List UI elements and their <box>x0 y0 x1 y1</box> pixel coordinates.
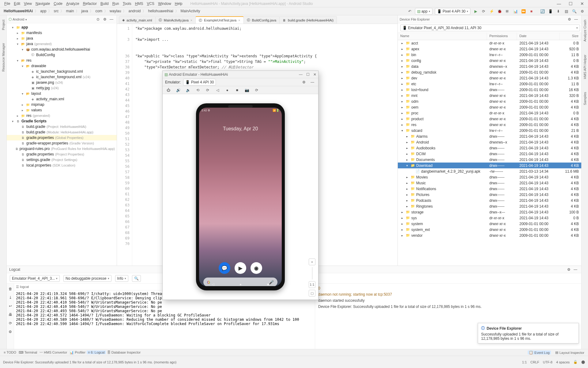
logcat-level-selector[interactable]: Info▾ <box>115 275 128 282</box>
tab-close-icon[interactable]: × <box>238 18 240 22</box>
project-tool-button[interactable]: Project <box>2 18 5 32</box>
emulator-tab[interactable]: 📱 Pixel 4 API 30 <box>183 79 216 86</box>
indent-indicator[interactable]: 4 spaces <box>556 360 570 364</box>
file-expand-icon[interactable]: ▸ <box>401 82 405 86</box>
logcat-settings-icon[interactable]: ⚙ <box>7 328 14 335</box>
emulator-maximize-button[interactable]: ☐ <box>306 72 310 77</box>
tree-node[interactable]: ◈activity_main.xml <box>7 96 117 102</box>
file-expand-icon[interactable]: ▸ <box>406 182 409 185</box>
tree-node[interactable]: ▸📁java <box>7 36 117 41</box>
file-expand-icon[interactable]: ▾ <box>401 129 405 132</box>
logcat-print-icon[interactable]: 🖶 <box>7 311 14 318</box>
tree-node[interactable]: ◈ic_launcher_background.xml <box>7 69 117 74</box>
menu-build[interactable]: Build <box>99 2 111 6</box>
tree-node[interactable]: 🗎settings.gradle(Project Settings) <box>7 157 117 163</box>
file-row[interactable]: ▸📁acctdr-xr-xr-x2021-04-19 14:430 B <box>398 40 581 46</box>
event-log-tool-button[interactable]: 📋 Event Log <box>528 351 551 355</box>
coverage-button[interactable]: ⛨ <box>504 8 511 15</box>
device-explorer-gear-icon[interactable]: ⚙ <box>566 16 573 23</box>
file-row[interactable]: ▸📁configdrwxr-xr-x2021-04-19 14:430 B <box>398 58 581 63</box>
resource-manager-button[interactable]: ▤ <box>563 8 570 15</box>
editor-tab[interactable]: ⒸBuildConfig.java <box>243 16 280 24</box>
emulator-rotate-right-icon[interactable]: ⟳ <box>204 87 211 94</box>
logcat-wrap-icon[interactable]: ↩ <box>7 303 14 309</box>
phone-nav-back[interactable]: ◁ <box>212 282 214 286</box>
project-structure-button[interactable]: ⚙ <box>579 8 586 15</box>
window-close-button[interactable]: ✕ <box>579 0 586 7</box>
tree-expand-icon[interactable]: ▸ <box>15 31 20 35</box>
phone-nav-home[interactable]: ● <box>239 282 242 286</box>
file-expand-icon[interactable]: ▸ <box>406 176 409 179</box>
tree-node[interactable]: ▸📁mipmap <box>7 102 117 107</box>
sdk-manager-button[interactable]: ⬇ <box>555 8 562 15</box>
emulator-settings-icon[interactable]: ⚙ <box>300 79 307 86</box>
file-row[interactable]: ▸📁devdrwxr-xr-x2021-04-19 14:431.3 KB <box>398 75 581 81</box>
breadcrumb-segment[interactable]: app <box>39 9 47 13</box>
emulator-rotate-left-icon[interactable]: ⟲ <box>194 87 201 94</box>
tree-expand-icon[interactable]: ▾ <box>10 26 15 29</box>
logcat-process-selector[interactable]: No debuggable processe▾ <box>63 275 111 282</box>
emulator-back-icon[interactable]: ◁ <box>214 87 221 94</box>
hms-api-helper-tool-button[interactable]: HMS API Helper <box>583 53 587 81</box>
file-expand-icon[interactable]: ▸ <box>406 193 409 196</box>
tree-node[interactable]: ▣netty.jpg(v24) <box>7 85 117 91</box>
device-selector[interactable]: 📱 Pixel 4 API 30▾ <box>435 8 470 15</box>
file-row[interactable]: ▸📁etclrw-r--r--2009-01-01 00:0011 B <box>398 81 581 87</box>
emulator-hide-icon[interactable]: — <box>309 79 316 86</box>
file-expand-icon[interactable]: ▸ <box>406 199 409 202</box>
file-expand-icon[interactable]: ▸ <box>401 211 405 214</box>
editor-tab[interactable]: ⒸMainActivity.java× <box>155 16 196 24</box>
tree-node[interactable]: ▾📂drawable <box>7 63 117 69</box>
tree-expand-icon[interactable]: ▾ <box>20 48 24 51</box>
caret-position[interactable]: 1:1 <box>522 360 527 364</box>
menu-edit[interactable]: Edit <box>12 2 22 6</box>
tree-node[interactable]: 🗎gradle.properties(Global Properties) <box>7 135 117 140</box>
phone-app-messages[interactable]: 💬 <box>219 262 230 274</box>
file-row[interactable]: ▸📁oemdrwxr-xr-x2009-01-01 00:004 KB <box>398 104 581 110</box>
tree-node[interactable]: ▾🗎Gradle Scripts <box>7 118 117 124</box>
layout-inspector-tool-button[interactable]: ▤ Layout Inspector <box>554 351 586 355</box>
project-gear-icon[interactable]: ⚙ <box>101 16 108 23</box>
tree-expand-icon[interactable]: ▸ <box>20 103 24 106</box>
phone-app-chrome[interactable]: ◉ <box>251 262 262 274</box>
emulator-minimize-button[interactable]: — <box>299 72 303 77</box>
breadcrumb-segment[interactable]: MainActivity <box>179 9 202 13</box>
tree-node[interactable]: ▣javaee.png(v24) <box>7 80 117 85</box>
emulator-display[interactable]: 2:42 ⚙ 📶🔋 Tuesday, Apr 20 💬 ▶ ◉ G🎤 ◁ ● ■ <box>163 94 318 300</box>
readonly-lock-icon[interactable]: 🔓 <box>573 360 578 364</box>
file-expand-icon[interactable]: ▸ <box>401 53 405 56</box>
file-row[interactable]: ▸📁DCIMdrwx------2021-04-19 14:434 KB <box>398 151 581 157</box>
file-row[interactable]: 📄dangbeimarket_4.2.9_262_yunji.apk-rw---… <box>398 168 581 174</box>
avd-manager-button[interactable]: 📱 <box>547 8 554 15</box>
tree-expand-icon[interactable]: ▾ <box>10 120 15 123</box>
file-row[interactable]: ▸📁binlrw-r--r--2009-01-01 00:0011 B <box>398 52 581 58</box>
phone-screen[interactable]: 2:42 ⚙ 📶🔋 Tuesday, Apr 20 💬 ▶ ◉ G🎤 ◁ ● ■ <box>199 108 282 286</box>
memory-indicator[interactable]: ⬤ <box>581 360 585 364</box>
bottom-tool-database-inspector[interactable]: 🗄 Database Inspector <box>106 351 142 354</box>
file-expand-icon[interactable]: ▸ <box>401 117 405 121</box>
file-row[interactable]: ▸📁Androiddrwxrws--x2021-04-19 14:434 KB <box>398 139 581 145</box>
file-row[interactable]: ▸📁vendordrwxr-xr-x2009-01-01 00:004 KB <box>398 232 581 238</box>
emulator-overview-icon[interactable]: ■ <box>234 87 240 94</box>
emulator-zoom-in[interactable]: + <box>309 259 315 265</box>
editor-tab[interactable]: ◈activity_main.xml <box>119 16 156 24</box>
menu-hms[interactable]: HMS <box>133 2 145 6</box>
file-row[interactable]: ▸📁lost+founddrwx------2009-01-01 00:0016… <box>398 87 581 93</box>
menu-window[interactable]: Window <box>156 2 173 6</box>
menu-code[interactable]: Code <box>52 2 64 6</box>
tab-close-icon[interactable]: × <box>190 18 192 22</box>
tree-expand-icon[interactable]: ▾ <box>15 59 20 62</box>
file-row[interactable]: ▸📁system_extdrwxr-xr-x2009-01-01 00:004 … <box>398 227 581 232</box>
file-expand-icon[interactable]: ▸ <box>406 152 409 155</box>
breadcrumb-segment[interactable]: java <box>80 9 89 13</box>
tree-expand-icon[interactable]: ▸ <box>15 37 20 40</box>
emulator-window[interactable]: ▤ Android Emulator - HelloHuaweiHiAi — ☐… <box>162 71 318 300</box>
file-expand-icon[interactable]: ▸ <box>401 71 405 74</box>
menu-refactor[interactable]: Refactor <box>81 2 99 6</box>
tree-expand-icon[interactable]: ▾ <box>20 64 24 68</box>
tree-node[interactable]: ▸📁values <box>7 107 117 113</box>
file-expand-icon[interactable]: ▸ <box>401 106 405 109</box>
emulator-zoom-fit[interactable]: ▢ <box>309 290 315 297</box>
tree-node[interactable]: ▾📂res <box>7 58 117 63</box>
tree-node[interactable]: 🗎gradle-wrapper.properties(Gradle Versio… <box>7 140 117 146</box>
